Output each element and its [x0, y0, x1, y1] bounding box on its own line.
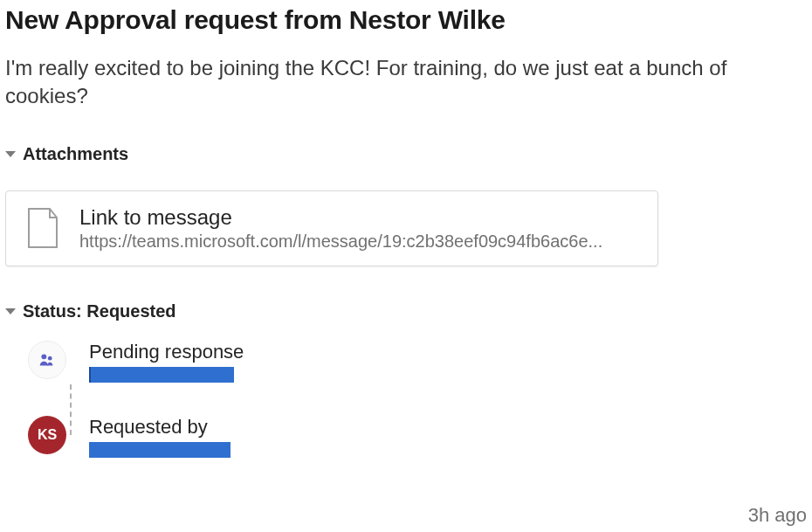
timeline-item-pending: Pending response: [28, 341, 807, 383]
attachment-url: https://teams.microsoft.com/l/message/19…: [79, 231, 602, 252]
redacted-name: [89, 442, 231, 458]
timestamp: 3h ago: [748, 504, 807, 527]
pending-label: Pending response: [89, 341, 244, 363]
svg-point-1: [48, 356, 52, 361]
status-label: Status: Requested: [23, 301, 176, 321]
chevron-down-icon: [5, 151, 16, 157]
status-timeline: Pending response KS Requested by: [5, 341, 807, 458]
status-header[interactable]: Status: Requested: [5, 301, 807, 321]
timeline-item-requested-by: KS Requested by: [28, 416, 807, 458]
group-avatar: [28, 341, 66, 379]
request-body: I'm really excited to be joining the KCC…: [5, 54, 782, 111]
svg-point-0: [41, 354, 46, 359]
chevron-down-icon: [5, 308, 16, 314]
attachments-header[interactable]: Attachments: [5, 144, 807, 164]
timeline-connector: [70, 384, 72, 435]
attachment-card[interactable]: Link to message https://teams.microsoft.…: [5, 190, 658, 266]
page-title: New Approval request from Nestor Wilke: [5, 5, 807, 35]
file-icon: [25, 207, 60, 249]
attachment-title: Link to message: [79, 205, 602, 230]
user-avatar: KS: [28, 416, 66, 454]
requested-by-label: Requested by: [89, 416, 231, 439]
redacted-name: [89, 367, 234, 383]
attachments-label: Attachments: [23, 144, 128, 164]
